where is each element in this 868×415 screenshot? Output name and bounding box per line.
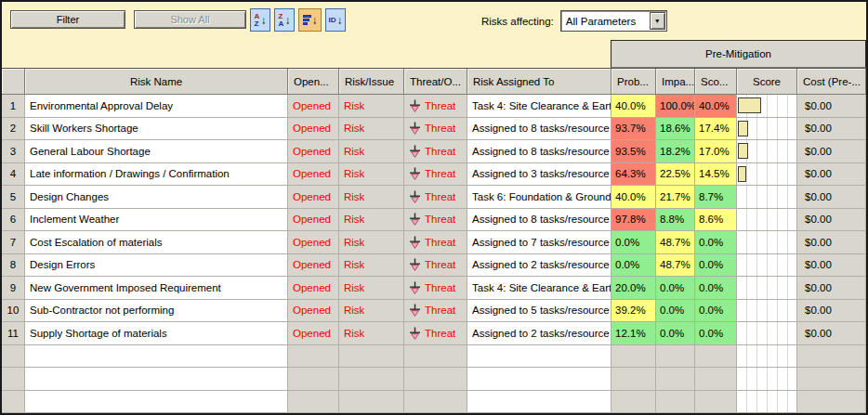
probability-cell[interactable]: 64.3% bbox=[612, 163, 656, 187]
risk-issue-cell[interactable]: Risk bbox=[339, 209, 404, 232]
cost-cell[interactable]: $0.00 bbox=[797, 277, 866, 300]
risk-name-cell[interactable]: Late information / Drawings / Confirmati… bbox=[25, 163, 288, 187]
threat-cell[interactable]: Threat bbox=[404, 163, 467, 187]
score-bar-cell[interactable] bbox=[737, 300, 797, 323]
cost-cell[interactable]: $0.00 bbox=[797, 209, 866, 232]
cost-cell[interactable]: $0.00 bbox=[797, 300, 866, 323]
score-cell[interactable]: 8.6% bbox=[695, 209, 737, 232]
impact-cell[interactable]: 0.0% bbox=[656, 277, 695, 300]
table-row[interactable]: 4 Late information / Drawings / Confirma… bbox=[2, 163, 866, 187]
risk-issue-cell[interactable]: Risk bbox=[339, 277, 404, 300]
row-number-cell[interactable]: 4 bbox=[2, 163, 25, 187]
score-bar-cell[interactable] bbox=[737, 391, 797, 414]
risk-name-cell[interactable]: Design Changes bbox=[25, 186, 288, 209]
score-cell[interactable] bbox=[695, 368, 737, 391]
status-cell[interactable] bbox=[288, 368, 339, 391]
status-cell[interactable] bbox=[288, 391, 339, 414]
cost-cell[interactable]: $0.00 bbox=[797, 95, 866, 118]
cost-cell[interactable] bbox=[797, 368, 866, 391]
row-number-cell[interactable]: 8 bbox=[2, 254, 25, 278]
status-cell[interactable]: Opened bbox=[288, 95, 339, 118]
threat-cell[interactable]: Threat bbox=[404, 140, 467, 163]
row-number-cell[interactable]: 11 bbox=[2, 322, 25, 345]
score-cell[interactable]: 14.5% bbox=[695, 163, 737, 187]
risk-assigned-to-cell[interactable]: Task 4: Site Clearance & Eart bbox=[467, 95, 612, 118]
cost-cell[interactable]: $0.00 bbox=[797, 140, 866, 163]
risk-assigned-to-cell[interactable]: Assigned to 3 tasks/resource bbox=[467, 163, 612, 187]
impact-cell[interactable]: 21.7% bbox=[656, 186, 695, 209]
empty-table-row[interactable] bbox=[2, 391, 866, 414]
threat-cell[interactable]: Threat bbox=[404, 209, 467, 232]
risk-name-cell[interactable] bbox=[25, 391, 288, 414]
risk-name-cell[interactable]: Cost Escalation of materials bbox=[25, 231, 288, 254]
cost-cell[interactable]: $0.00 bbox=[797, 186, 866, 209]
status-cell[interactable]: Opened bbox=[288, 231, 339, 254]
threat-cell[interactable]: Threat bbox=[404, 231, 467, 254]
risk-assigned-to-cell[interactable]: Assigned to 8 tasks/resource bbox=[467, 118, 612, 141]
row-number-cell[interactable]: 6 bbox=[2, 209, 25, 232]
risks-affecting-dropdown[interactable]: All Parameters ▼ bbox=[560, 10, 667, 32]
score-bar-cell[interactable] bbox=[737, 163, 797, 187]
probability-cell[interactable]: 97.8% bbox=[612, 209, 656, 232]
threat-cell[interactable] bbox=[404, 345, 467, 369]
score-cell[interactable]: 17.0% bbox=[695, 140, 737, 163]
table-row[interactable]: 3 General Labour Shortage Opened Risk Th… bbox=[2, 140, 866, 163]
risk-issue-cell[interactable]: Risk bbox=[339, 300, 404, 323]
risk-issue-cell[interactable]: Risk bbox=[339, 254, 404, 278]
threat-cell[interactable]: Threat bbox=[404, 322, 467, 345]
risk-assigned-to-cell[interactable]: Task 4: Site Clearance & Eart bbox=[467, 277, 612, 300]
probability-cell[interactable]: 40.0% bbox=[612, 95, 656, 118]
threat-cell[interactable]: Threat bbox=[404, 186, 467, 209]
impact-cell[interactable]: 22.5% bbox=[656, 163, 695, 187]
status-cell[interactable]: Opened bbox=[288, 163, 339, 187]
row-number-cell[interactable]: 3 bbox=[2, 140, 25, 163]
risk-name-cell[interactable]: Skill Workers Shortage bbox=[25, 118, 288, 141]
status-cell[interactable]: Opened bbox=[288, 254, 339, 278]
table-row[interactable]: 9 New Government Imposed Requirement Ope… bbox=[2, 277, 866, 300]
risk-assigned-to-cell[interactable]: Assigned to 2 tasks/resource bbox=[467, 254, 612, 278]
sort-descending-icon[interactable]: Z A ↓ bbox=[274, 8, 295, 32]
row-number-cell[interactable]: 1 bbox=[2, 95, 25, 118]
risk-assigned-to-cell[interactable]: Assigned to 7 tasks/resource bbox=[467, 231, 612, 254]
empty-table-row[interactable] bbox=[2, 345, 866, 369]
score-cell[interactable]: 0.0% bbox=[695, 300, 737, 323]
score-bar-cell[interactable] bbox=[737, 140, 797, 163]
risk-issue-cell[interactable]: Risk bbox=[339, 95, 404, 118]
col-header-open[interactable]: Open... bbox=[288, 69, 339, 95]
risk-name-cell[interactable] bbox=[25, 345, 288, 369]
probability-cell[interactable] bbox=[612, 345, 656, 369]
probability-cell[interactable]: 40.0% bbox=[612, 186, 656, 209]
risk-issue-cell[interactable] bbox=[339, 391, 404, 414]
col-header-score[interactable]: Sco... bbox=[695, 69, 737, 95]
impact-cell[interactable]: 0.0% bbox=[656, 300, 695, 323]
col-header-impact[interactable]: Impa... bbox=[656, 69, 695, 95]
col-header-threat-opportunity[interactable]: Threat/O... bbox=[404, 69, 467, 95]
filter-button[interactable]: Filter bbox=[10, 10, 125, 29]
sort-group-by-icon[interactable]: ↓ bbox=[298, 8, 322, 32]
col-header-rownum[interactable] bbox=[2, 69, 25, 95]
cost-cell[interactable] bbox=[797, 391, 866, 414]
sort-ascending-icon[interactable]: A Z ↓ bbox=[250, 8, 270, 32]
impact-cell[interactable]: 18.2% bbox=[656, 140, 695, 163]
risk-name-cell[interactable]: Supply Shortage of materials bbox=[25, 322, 288, 345]
score-bar-cell[interactable] bbox=[737, 368, 797, 391]
risk-issue-cell[interactable] bbox=[339, 345, 404, 369]
status-cell[interactable]: Opened bbox=[288, 140, 339, 163]
status-cell[interactable] bbox=[288, 345, 339, 369]
score-bar-cell[interactable] bbox=[737, 345, 797, 369]
row-number-cell[interactable] bbox=[2, 391, 25, 414]
risk-assigned-to-cell[interactable]: Assigned to 2 tasks/resource bbox=[467, 322, 612, 345]
score-bar-cell[interactable] bbox=[737, 95, 797, 118]
sort-by-id-icon[interactable]: ID ↓ bbox=[325, 8, 346, 32]
score-bar-cell[interactable] bbox=[737, 322, 797, 345]
impact-cell[interactable]: 0.0% bbox=[656, 322, 695, 345]
cost-cell[interactable]: $0.00 bbox=[797, 163, 866, 187]
cost-cell[interactable] bbox=[797, 345, 866, 369]
risk-issue-cell[interactable]: Risk bbox=[339, 322, 404, 345]
probability-cell[interactable]: 0.0% bbox=[612, 254, 656, 278]
probability-cell[interactable]: 20.0% bbox=[612, 277, 656, 300]
table-row[interactable]: 2 Skill Workers Shortage Opened Risk Thr… bbox=[2, 118, 866, 141]
probability-cell[interactable]: 12.1% bbox=[612, 322, 656, 345]
cost-cell[interactable]: $0.00 bbox=[797, 118, 866, 141]
threat-cell[interactable]: Threat bbox=[404, 118, 467, 141]
